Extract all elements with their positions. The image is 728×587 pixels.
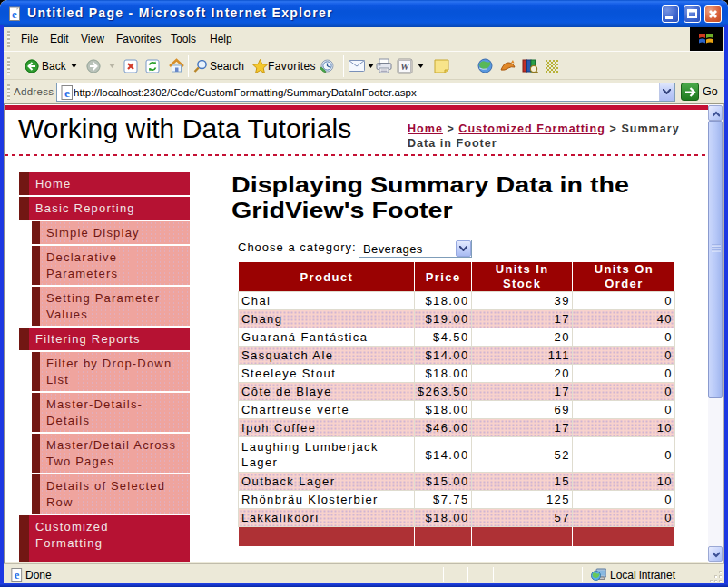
svg-text:e: e (15, 569, 20, 582)
svg-text:e: e (64, 86, 70, 100)
svg-text:W: W (400, 61, 410, 72)
svg-text:e: e (12, 7, 17, 21)
